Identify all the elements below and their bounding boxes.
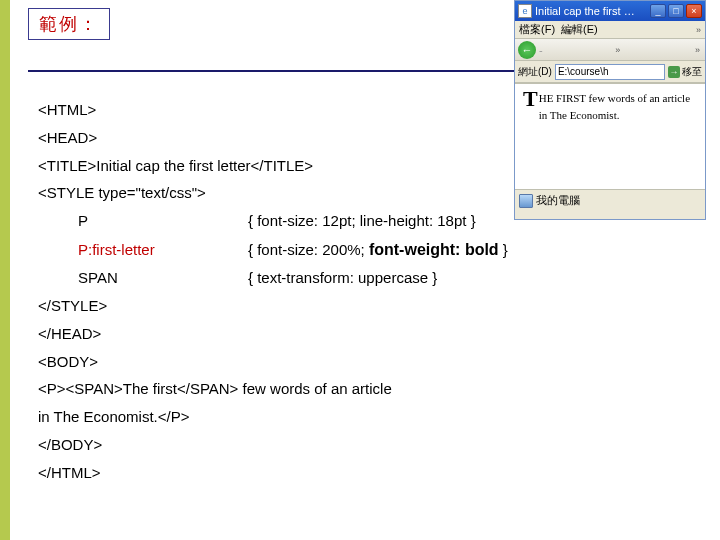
toolbar-overflow-icon[interactable]: » — [615, 45, 620, 55]
code-line: <BODY> — [38, 348, 692, 376]
status-bar: 我的電腦 — [515, 189, 705, 211]
address-label: 網址(D) — [518, 65, 552, 79]
code-rule-highlight: P:first-letter{ font-size: 200%; font-we… — [38, 235, 692, 265]
code-line: </HEAD> — [38, 320, 692, 348]
toolbar-separator: - — [539, 44, 543, 56]
minimize-button[interactable]: _ — [650, 4, 666, 18]
titlebar: e Initial cap the first … _ □ × — [515, 1, 705, 21]
address-input[interactable]: E:\course\h — [555, 64, 665, 80]
close-button[interactable]: × — [686, 4, 702, 18]
example-label: 範例： — [28, 8, 110, 40]
back-button[interactable]: ← — [518, 41, 536, 59]
code-line: in The Economist.</P> — [38, 403, 692, 431]
code-line: <P><SPAN>The first</SPAN> few words of a… — [38, 375, 692, 403]
code-line: </HTML> — [38, 459, 692, 487]
window-title: Initial cap the first … — [535, 5, 647, 17]
status-text: 我的電腦 — [536, 193, 580, 208]
menu-overflow-icon[interactable]: » — [696, 25, 701, 35]
maximize-button[interactable]: □ — [668, 4, 684, 18]
dropcap: T — [523, 90, 538, 108]
go-arrow-icon: → — [668, 66, 680, 78]
uppercase-span: HE FIRST — [539, 92, 586, 104]
address-bar: 網址(D) E:\course\h → 移至 — [515, 61, 705, 83]
code-line: </BODY> — [38, 431, 692, 459]
browser-preview-window: e Initial cap the first … _ □ × 檔案(F) 編輯… — [514, 0, 706, 220]
menu-edit[interactable]: 編輯(E) — [561, 22, 598, 37]
ie-favicon-icon: e — [518, 4, 532, 18]
menubar: 檔案(F) 編輯(E) » — [515, 21, 705, 39]
code-line: </STYLE> — [38, 292, 692, 320]
go-button[interactable]: → 移至 — [668, 65, 702, 79]
computer-icon — [519, 194, 533, 208]
toolbar-overflow2-icon[interactable]: » — [695, 45, 700, 55]
menu-file[interactable]: 檔案(F) — [519, 22, 555, 37]
toolbar: ← - » » — [515, 39, 705, 61]
page-content: THE FIRST few words of an article in The… — [515, 83, 705, 189]
code-rule: SPAN{ text-transform: uppercase } — [38, 264, 692, 292]
